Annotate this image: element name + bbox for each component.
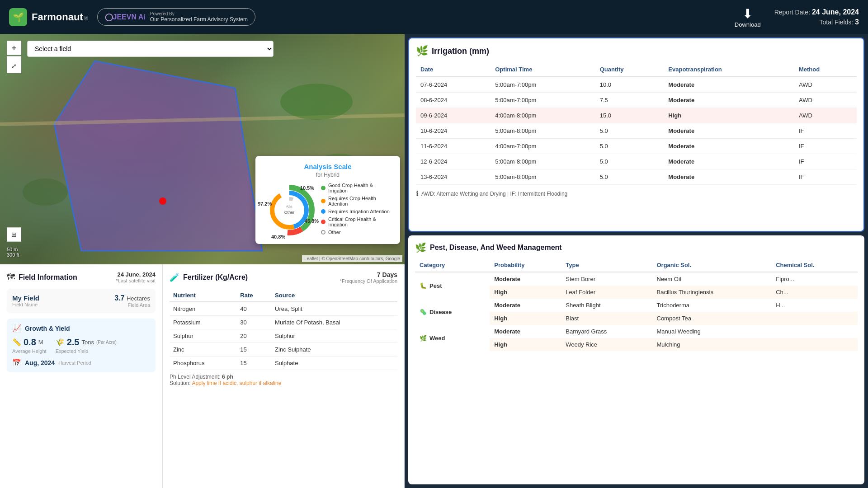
irrigation-header-row: Date Optimal Time Quantity Evapotranspir…	[416, 62, 857, 77]
fert-rate: 20	[236, 329, 271, 343]
pest-probability: Moderate	[490, 272, 561, 286]
pest-organic: Compost Tea	[652, 312, 772, 325]
irr-date: 09-6-2024	[416, 108, 491, 123]
fullscreen-button[interactable]: ⤢	[7, 59, 21, 73]
irr-optimal: 5:00am-7:00pm	[491, 93, 595, 108]
total-fields-value: 3	[855, 18, 859, 26]
legend-dot-critical	[321, 220, 326, 224]
fertilizer-icon: 🧪	[170, 272, 179, 282]
fert-rate: 30	[236, 316, 271, 329]
irr-method: IF	[794, 139, 857, 154]
main-area: + − ⤢ ⊞ Select a field 50 m 300 ft Leafl…	[0, 34, 868, 488]
pest-col-probability: Probability	[490, 258, 561, 272]
fert-nutrient: Zinc	[170, 343, 236, 357]
fert-rate: 15	[236, 343, 271, 357]
irr-method: IF	[794, 154, 857, 169]
logo-area: 🌱 Farmonaut ®	[9, 8, 88, 26]
field-name-label: Field Name	[12, 302, 39, 307]
fert-row: Potassium 30 Muriate Of Potash, Basal	[170, 316, 397, 329]
pest-col-category: Category	[415, 258, 490, 272]
irr-evap: Moderate	[664, 139, 794, 154]
irr-optimal: 4:00am-7:00pm	[491, 139, 595, 154]
fertilizer-table: Nutrient Rate Source Nitrogen 40 Urea, S…	[170, 289, 397, 370]
jeevn-badge: ◯JEEVN Ai Powered By Our Personalized Fa…	[97, 8, 255, 26]
ph-label: Ph Level Adjustment:	[170, 374, 221, 380]
frequency-badge: 7 Days *Frequency Of Application	[340, 271, 397, 284]
pest-chemical	[771, 325, 858, 338]
yield-value: 2.5	[67, 337, 80, 347]
solution-link[interactable]: Apply lime if acidic, sulphur if alkalin…	[192, 380, 281, 386]
legend-dot-irrigation	[321, 209, 326, 214]
category-label: Pest	[429, 282, 442, 289]
field-info-date-value: 24 June, 2024	[116, 271, 156, 278]
pest-organic: Mulching	[652, 338, 772, 351]
growth-section: 📈 Growth & Yield 📏 0.8 M Average Height	[7, 319, 156, 372]
logo-reg: ®	[84, 15, 88, 22]
powered-by-label: Powered By	[150, 11, 248, 16]
pest-probability: High	[490, 312, 561, 325]
fert-source: Zinc Sulphate	[271, 343, 397, 357]
pest-header-row: Category Probability Type Organic Sol. C…	[415, 258, 858, 272]
field-area-unit: Hectares	[127, 295, 150, 302]
irr-date: 13-6-2024	[416, 169, 491, 185]
irr-date: 07-6-2024	[416, 77, 491, 93]
fert-col-source: Source	[271, 289, 397, 302]
pest-chemical: Fipro...	[771, 272, 858, 286]
irr-date: 12-6-2024	[416, 154, 491, 169]
fert-nutrient: Phosphorus	[170, 357, 236, 370]
pest-icon: 🌿	[415, 242, 426, 253]
irr-quantity: 5.0	[595, 154, 664, 169]
report-info: Report Date: 24 June, 2024 Total Fields:…	[774, 8, 859, 26]
irr-method: AWD	[794, 77, 857, 93]
height-value: 0.8	[24, 337, 36, 347]
pest-panel: 🌿 Pest, Disease, And Weed Management Cat…	[408, 235, 864, 484]
irr-optimal: 5:00am-8:00pm	[491, 169, 595, 185]
irr-optimal: 5:00am-8:00pm	[491, 123, 595, 139]
growth-metrics: 📏 0.8 M Average Height 🌾 2.5 Tons	[12, 337, 150, 354]
report-date-label: Report Date:	[774, 9, 810, 16]
footnote-text: AWD: Alternate Wetting and Drying | IF: …	[421, 191, 567, 197]
harvest-block: 📅 Aug, 2024 Harvest Period	[12, 358, 150, 367]
harvest-label: Harvest Period	[58, 360, 91, 366]
pest-chemical	[771, 338, 858, 351]
growth-icon: 📈	[12, 324, 21, 333]
irr-col-method: Method	[794, 62, 857, 77]
irrigation-row: 07-6-2024 5:00am-7:00pm 10.0 Moderate AW…	[416, 77, 857, 93]
category-label: Weed	[429, 335, 445, 342]
yield-icon: 🌾	[56, 338, 65, 347]
svg-point-5	[23, 178, 68, 206]
farmonaut-logo-icon: 🌱	[9, 8, 27, 26]
fert-nutrient: Potassium	[170, 316, 236, 329]
irr-method: IF	[794, 169, 857, 185]
legend-dot-crop	[321, 199, 326, 203]
fert-row: Zinc 15 Zinc Sulphate	[170, 343, 397, 357]
layers-button[interactable]: ⊞	[7, 227, 21, 242]
field-select-dropdown[interactable]: Select a field	[27, 41, 274, 57]
legend-item-crop-health: Requires Crop Health Attention	[321, 196, 393, 206]
irrigation-row: 09-6-2024 4:00am-8:00pm 15.0 High AWD	[416, 108, 857, 123]
total-fields-label: Total Fields:	[820, 19, 854, 26]
pest-col-organic: Organic Sol.	[652, 258, 772, 272]
irr-col-date: Date	[416, 62, 491, 77]
irr-method: AWD	[794, 108, 857, 123]
field-area-block: 3.7 Hectares Field Area	[114, 294, 150, 308]
svg-point-1	[159, 197, 166, 205]
map-scale: 50 m 300 ft	[7, 247, 19, 258]
donut-chart: 5% Other 97.2% 10.5% 45.8% 40.8%	[262, 183, 316, 237]
svg-text:Other: Other	[284, 210, 295, 215]
irrigation-row: 08-6-2024 5:00am-7:00pm 7.5 Moderate AWD	[416, 93, 857, 108]
field-main-info: My Field Field Name 3.7 Hectares Field A…	[7, 289, 156, 313]
zoom-in-button[interactable]: +	[7, 41, 21, 55]
irr-quantity: 10.0	[595, 77, 664, 93]
irrigation-icon: 🌿	[416, 45, 428, 57]
category-label: Disease	[429, 309, 452, 315]
fert-source: Muriate Of Potash, Basal	[271, 316, 397, 329]
irr-date: 11-6-2024	[416, 139, 491, 154]
download-button[interactable]: ⬇ Download	[735, 6, 761, 28]
height-metric: 📏 0.8 M Average Height	[12, 337, 47, 354]
pest-row: 🐛 Pest Moderate Stem Borer Neem Oil Fipr…	[415, 272, 858, 286]
pest-type: Sheath Blight	[561, 299, 652, 312]
fert-row: Phosphorus 15 Sulphate	[170, 357, 397, 370]
height-label: Average Height	[12, 348, 47, 354]
category-icon: 🐛	[420, 282, 427, 289]
